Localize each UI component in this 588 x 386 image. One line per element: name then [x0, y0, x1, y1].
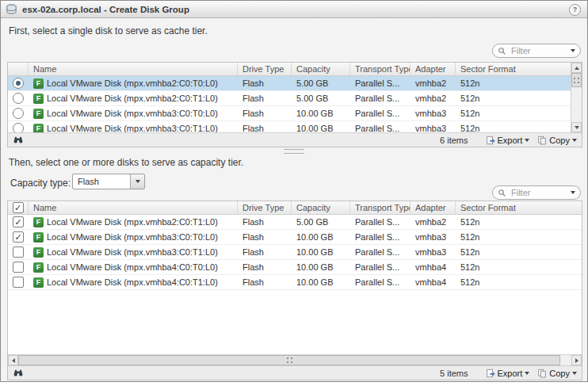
copy-label: Copy [549, 136, 570, 145]
copy-icon [537, 136, 547, 145]
capacity-type-label: Capacity type: [10, 178, 71, 189]
disk-name: Local VMware Disk (mpx.vmhba4:C0:T0:L0) [47, 260, 218, 274]
dialog-titlebar: esx-02a.corp.local - Create Disk Group ? [1, 1, 587, 18]
capacity-disk-table: Name Drive Type Capacity Transport Type … [7, 201, 582, 380]
capacity-filter-input[interactable] [510, 187, 571, 198]
disk-name: Local VMware Disk (mpx.vmhba3:C0:T0:L0) [47, 106, 218, 120]
scrollbar-track[interactable] [571, 73, 582, 122]
adapter-cell: vmhba2 [410, 215, 456, 229]
vertical-scrollbar[interactable] [571, 63, 582, 132]
row-checkbox[interactable] [13, 262, 24, 273]
radio-button[interactable] [13, 108, 24, 119]
create-disk-group-dialog: esx-02a.corp.local - Create Disk Group ?… [0, 0, 588, 382]
row-checkbox[interactable] [13, 231, 24, 243]
capacity-cell: 10.00 GB [292, 260, 350, 274]
binoculars-filter-icon[interactable] [13, 368, 24, 378]
capacity-cell: 10.00 GB [292, 230, 350, 244]
table-row[interactable]: FLocal VMware Disk (mpx.vmhba3:C0:T1:L0)… [8, 245, 582, 260]
sector-format-cell: 512n [456, 106, 571, 120]
column-header-name[interactable]: Name [29, 201, 238, 214]
scroll-up-button[interactable] [571, 63, 582, 73]
cache-filter-dropdown-icon[interactable] [571, 49, 575, 52]
column-header-adapter[interactable]: Adapter [410, 63, 456, 75]
column-header-transport-type[interactable]: Transport Type [350, 63, 410, 75]
sector-format-cell: 512n [456, 275, 582, 289]
capacity-filter-box[interactable] [492, 185, 581, 200]
copy-icon [537, 369, 547, 378]
flash-disk-icon: F [33, 277, 44, 288]
sector-format-cell: 512n [456, 121, 571, 132]
column-header-capacity[interactable]: Capacity [292, 201, 350, 214]
row-checkbox[interactable] [13, 216, 24, 227]
table-row[interactable]: FLocal VMware Disk (mpx.vmhba3:C0:T1:L0)… [8, 121, 571, 132]
export-button[interactable]: Export [486, 136, 530, 145]
drive-type-cell: Flash [238, 245, 292, 259]
capacity-cell: 10.00 GB [292, 275, 350, 289]
drive-type-cell: Flash [238, 230, 292, 244]
capacity-cell: 5.00 GB [292, 91, 350, 105]
column-header-name[interactable]: Name [29, 63, 238, 75]
table-row[interactable]: FLocal VMware Disk (mpx.vmhba4:C0:T0:L0)… [8, 260, 582, 275]
copy-dropdown-icon [572, 139, 577, 142]
copy-button[interactable]: Copy [537, 136, 577, 145]
flash-disk-icon: F [33, 78, 44, 89]
row-checkbox[interactable] [13, 277, 24, 288]
transport-type-cell: Parallel S... [350, 260, 410, 274]
cache-filter-input[interactable] [510, 45, 571, 56]
scroll-down-button[interactable] [571, 122, 582, 132]
column-header-drive-type[interactable]: Drive Type [238, 63, 292, 75]
splitter-handle[interactable] [1, 149, 587, 154]
sector-format-cell: 512n [456, 91, 571, 105]
horizontal-scrollbar[interactable] [8, 354, 582, 365]
items-count: 5 items [440, 369, 468, 378]
capacity-type-dropdown-button[interactable] [130, 174, 144, 189]
column-header-sector-format[interactable]: Sector Format [456, 201, 582, 214]
table-row[interactable]: FLocal VMware Disk (mpx.vmhba3:C0:T0:L0)… [8, 106, 571, 121]
adapter-cell: vmhba2 [410, 76, 456, 90]
column-header-transport-type[interactable]: Transport Type [350, 201, 410, 214]
column-header-adapter[interactable]: Adapter [410, 201, 456, 214]
capacity-filter-dropdown-icon[interactable] [571, 191, 575, 194]
drive-type-cell: Flash [238, 106, 292, 120]
binoculars-filter-icon[interactable] [13, 135, 24, 145]
transport-type-cell: Parallel S... [350, 245, 410, 259]
export-label: Export [498, 369, 523, 378]
flash-disk-icon: F [33, 217, 44, 227]
dialog-title: esx-02a.corp.local - Create Disk Group [22, 5, 189, 14]
column-header-sector-format[interactable]: Sector Format [456, 63, 571, 75]
column-header-drive-type[interactable]: Drive Type [238, 201, 292, 214]
disk-name: Local VMware Disk (mpx.vmhba2:C0:T1:L0) [47, 215, 218, 229]
disk-name: Local VMware Disk (mpx.vmhba3:C0:T1:L0) [47, 121, 218, 132]
capacity-table-body: FLocal VMware Disk (mpx.vmhba2:C0:T1:L0)… [8, 215, 582, 354]
table-row[interactable]: FLocal VMware Disk (mpx.vmhba2:C0:T1:L0)… [8, 215, 582, 230]
export-icon [486, 136, 495, 145]
cache-table-header: Name Drive Type Capacity Transport Type … [8, 63, 571, 76]
select-all-checkbox[interactable] [13, 202, 24, 213]
table-row[interactable]: FLocal VMware Disk (mpx.vmhba4:C0:T1:L0)… [8, 275, 582, 290]
cache-tier-instruction: First, select a single disk to serve as … [9, 25, 208, 36]
scrollbar-thumb[interactable] [571, 73, 582, 87]
copy-button[interactable]: Copy [537, 369, 577, 378]
select-all-column-header [8, 201, 29, 214]
help-icon[interactable]: ? [569, 4, 581, 16]
table-row[interactable]: FLocal VMware Disk (mpx.vmhba2:C0:T0:L0)… [8, 76, 571, 91]
adapter-cell: vmhba3 [410, 245, 456, 259]
scroll-right-button[interactable] [571, 355, 582, 365]
scroll-left-button[interactable] [8, 355, 18, 365]
sector-format-cell: 512n [456, 76, 571, 90]
radio-button[interactable] [13, 123, 24, 132]
capacity-type-select[interactable]: Flash [72, 174, 145, 189]
column-header-capacity[interactable]: Capacity [292, 63, 350, 75]
export-button[interactable]: Export [486, 369, 530, 378]
cache-filter-box[interactable] [492, 44, 581, 58]
scrollbar-thumb[interactable] [18, 355, 560, 365]
radio-button[interactable] [13, 78, 24, 89]
table-row[interactable]: FLocal VMware Disk (mpx.vmhba3:C0:T0:L0)… [8, 230, 582, 245]
radio-button[interactable] [13, 93, 24, 104]
table-row[interactable]: FLocal VMware Disk (mpx.vmhba2:C0:T1:L0)… [8, 91, 571, 106]
sector-format-cell: 512n [456, 230, 582, 244]
export-icon [486, 369, 495, 378]
adapter-cell: vmhba3 [410, 121, 456, 132]
transport-type-cell: Parallel S... [350, 121, 410, 132]
row-checkbox[interactable] [13, 247, 24, 258]
